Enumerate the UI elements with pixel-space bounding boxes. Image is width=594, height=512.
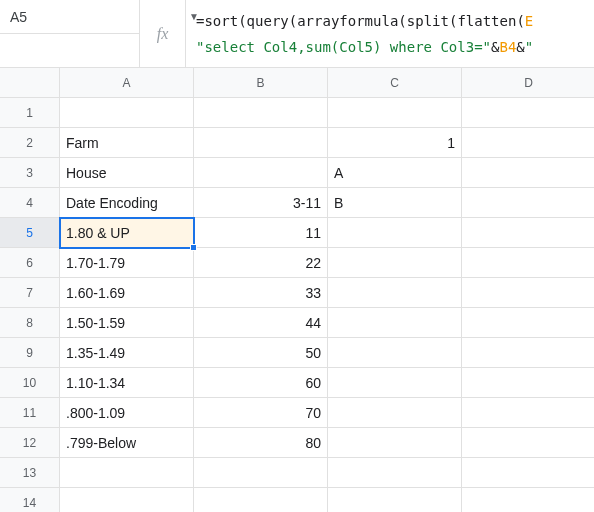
cell-B6[interactable]: 22 bbox=[194, 248, 328, 278]
cell-C7[interactable] bbox=[328, 278, 462, 308]
cell-B2[interactable] bbox=[194, 128, 328, 158]
cell-D1[interactable] bbox=[462, 98, 594, 128]
cell-D3[interactable] bbox=[462, 158, 594, 188]
spreadsheet-grid[interactable]: ABCD12Farm13HouseA4Date Encoding3-11B51.… bbox=[0, 68, 594, 512]
fill-handle[interactable] bbox=[190, 244, 197, 251]
cell-A13[interactable] bbox=[60, 458, 194, 488]
cell-A6[interactable]: 1.70-1.79 bbox=[60, 248, 194, 278]
cell-C5[interactable] bbox=[328, 218, 462, 248]
cell-A11[interactable]: .800-1.09 bbox=[60, 398, 194, 428]
formula-bar: fx =sort(query(arrayformula(split(flatte… bbox=[140, 0, 594, 67]
cell-A7[interactable]: 1.60-1.69 bbox=[60, 278, 194, 308]
cell-A9[interactable]: 1.35-1.49 bbox=[60, 338, 194, 368]
cell-C6[interactable] bbox=[328, 248, 462, 278]
cell-D12[interactable] bbox=[462, 428, 594, 458]
cell-C12[interactable] bbox=[328, 428, 462, 458]
cell-B5[interactable]: 11 bbox=[194, 218, 328, 248]
cell-A2[interactable]: Farm bbox=[60, 128, 194, 158]
cell-B3[interactable] bbox=[194, 158, 328, 188]
col-header-B[interactable]: B bbox=[194, 68, 328, 98]
row-header-13[interactable]: 13 bbox=[0, 458, 60, 488]
row-header-14[interactable]: 14 bbox=[0, 488, 60, 512]
cell-A12[interactable]: .799-Below bbox=[60, 428, 194, 458]
cell-D9[interactable] bbox=[462, 338, 594, 368]
cell-B1[interactable] bbox=[194, 98, 328, 128]
cell-C2[interactable]: 1 bbox=[328, 128, 462, 158]
cell-A8[interactable]: 1.50-1.59 bbox=[60, 308, 194, 338]
cell-C11[interactable] bbox=[328, 398, 462, 428]
cell-D14[interactable] bbox=[462, 488, 594, 512]
row-header-10[interactable]: 10 bbox=[0, 368, 60, 398]
cell-C3[interactable]: A bbox=[328, 158, 462, 188]
cell-D13[interactable] bbox=[462, 458, 594, 488]
row-header-7[interactable]: 7 bbox=[0, 278, 60, 308]
cell-B11[interactable]: 70 bbox=[194, 398, 328, 428]
cell-C4[interactable]: B bbox=[328, 188, 462, 218]
cell-C9[interactable] bbox=[328, 338, 462, 368]
cell-D6[interactable] bbox=[462, 248, 594, 278]
row-header-2[interactable]: 2 bbox=[0, 128, 60, 158]
cell-D8[interactable] bbox=[462, 308, 594, 338]
cell-C10[interactable] bbox=[328, 368, 462, 398]
cell-A5[interactable]: 1.80 & UP bbox=[60, 218, 194, 248]
cell-D10[interactable] bbox=[462, 368, 594, 398]
row-header-5[interactable]: 5 bbox=[0, 218, 60, 248]
cell-B7[interactable]: 33 bbox=[194, 278, 328, 308]
row-header-12[interactable]: 12 bbox=[0, 428, 60, 458]
select-all-corner[interactable] bbox=[0, 68, 60, 98]
name-box[interactable]: ▼ bbox=[0, 0, 139, 34]
row-header-3[interactable]: 3 bbox=[0, 158, 60, 188]
row-header-11[interactable]: 11 bbox=[0, 398, 60, 428]
cell-B4[interactable]: 3-11 bbox=[194, 188, 328, 218]
cell-D4[interactable] bbox=[462, 188, 594, 218]
cell-A10[interactable]: 1.10-1.34 bbox=[60, 368, 194, 398]
col-header-D[interactable]: D bbox=[462, 68, 594, 98]
cell-C14[interactable] bbox=[328, 488, 462, 512]
cell-A14[interactable] bbox=[60, 488, 194, 512]
cell-A3[interactable]: House bbox=[60, 158, 194, 188]
cell-B10[interactable]: 60 bbox=[194, 368, 328, 398]
row-header-1[interactable]: 1 bbox=[0, 98, 60, 128]
name-box-spacer bbox=[0, 34, 139, 67]
toolbar: ▼ fx =sort(query(arrayformula(split(flat… bbox=[0, 0, 594, 68]
fx-icon: fx bbox=[140, 0, 186, 67]
cell-B14[interactable] bbox=[194, 488, 328, 512]
row-header-8[interactable]: 8 bbox=[0, 308, 60, 338]
row-header-4[interactable]: 4 bbox=[0, 188, 60, 218]
formula-input[interactable]: =sort(query(arrayformula(split(flatten(E… bbox=[186, 0, 594, 67]
cell-D5[interactable] bbox=[462, 218, 594, 248]
cell-A4[interactable]: Date Encoding bbox=[60, 188, 194, 218]
col-header-A[interactable]: A bbox=[60, 68, 194, 98]
row-header-9[interactable]: 9 bbox=[0, 338, 60, 368]
col-header-C[interactable]: C bbox=[328, 68, 462, 98]
cell-B13[interactable] bbox=[194, 458, 328, 488]
cell-D7[interactable] bbox=[462, 278, 594, 308]
cell-B8[interactable]: 44 bbox=[194, 308, 328, 338]
cell-D2[interactable] bbox=[462, 128, 594, 158]
name-box-container: ▼ bbox=[0, 0, 140, 67]
row-header-6[interactable]: 6 bbox=[0, 248, 60, 278]
cell-C13[interactable] bbox=[328, 458, 462, 488]
cell-C1[interactable] bbox=[328, 98, 462, 128]
cell-D11[interactable] bbox=[462, 398, 594, 428]
cell-C8[interactable] bbox=[328, 308, 462, 338]
cell-B9[interactable]: 50 bbox=[194, 338, 328, 368]
cell-A1[interactable] bbox=[60, 98, 194, 128]
cell-B12[interactable]: 80 bbox=[194, 428, 328, 458]
